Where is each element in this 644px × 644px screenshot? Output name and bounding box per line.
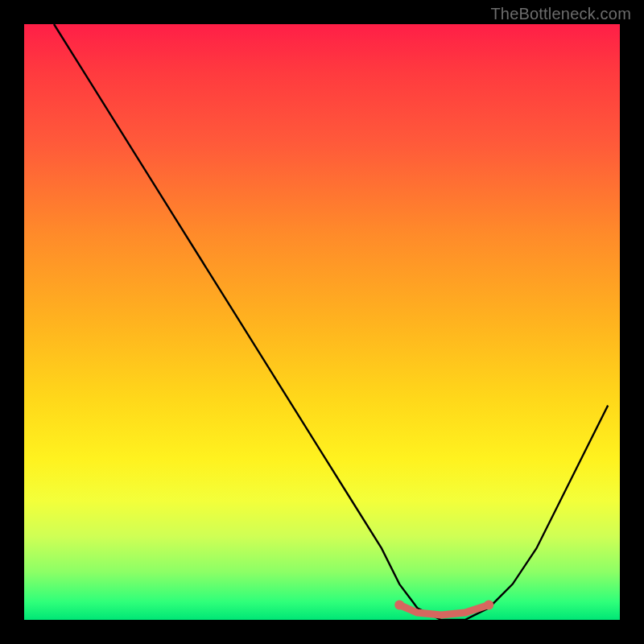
bottleneck-curve <box>54 24 608 620</box>
chart-frame: TheBottleneck.com <box>0 0 644 644</box>
optimal-range-dot <box>484 601 493 610</box>
chart-svg <box>24 24 620 620</box>
watermark-text: TheBottleneck.com <box>490 5 631 23</box>
optimal-range-dot <box>394 601 404 610</box>
